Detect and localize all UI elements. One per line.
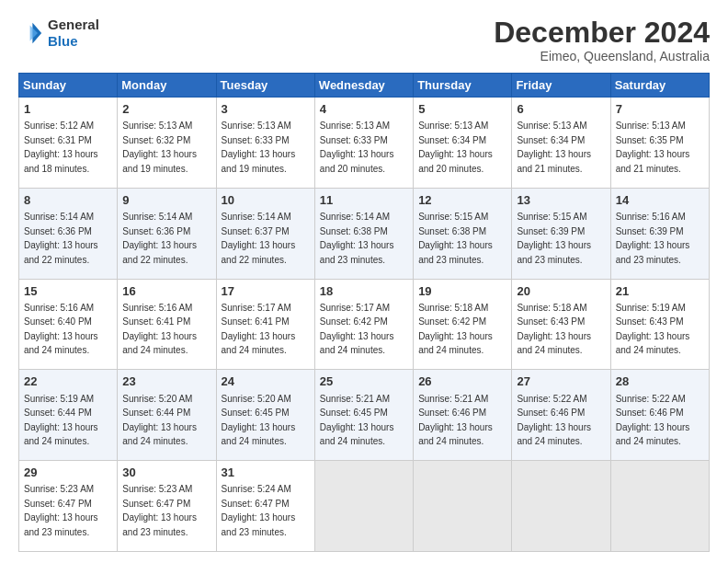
table-row: 27 Sunrise: 5:22 AMSunset: 6:46 PMDaylig… bbox=[512, 370, 610, 461]
day-number: 20 bbox=[517, 283, 605, 300]
day-info: Sunrise: 5:17 AMSunset: 6:41 PMDaylight:… bbox=[222, 303, 296, 356]
table-row: 2 Sunrise: 5:13 AMSunset: 6:32 PMDayligh… bbox=[118, 98, 216, 189]
day-info: Sunrise: 5:24 AMSunset: 6:47 PMDaylight:… bbox=[222, 484, 296, 537]
col-wednesday: Wednesday bbox=[314, 74, 413, 98]
title-block: December 2024 Eimeo, Queensland, Austral… bbox=[494, 17, 710, 63]
day-info: Sunrise: 5:20 AMSunset: 6:45 PMDaylight:… bbox=[222, 394, 296, 447]
page: General Blue December 2024 Eimeo, Queens… bbox=[0, 0, 728, 563]
table-row: 10 Sunrise: 5:14 AMSunset: 6:37 PMDaylig… bbox=[216, 188, 314, 279]
table-row: 12 Sunrise: 5:15 AMSunset: 6:38 PMDaylig… bbox=[414, 188, 512, 279]
day-info: Sunrise: 5:19 AMSunset: 6:43 PMDaylight:… bbox=[616, 303, 690, 356]
day-number: 13 bbox=[517, 192, 605, 209]
table-row: 11 Sunrise: 5:14 AMSunset: 6:38 PMDaylig… bbox=[314, 188, 413, 279]
col-sunday: Sunday bbox=[19, 74, 118, 98]
day-header-row: Sunday Monday Tuesday Wednesday Thursday… bbox=[19, 74, 710, 98]
day-info: Sunrise: 5:13 AMSunset: 6:35 PMDaylight:… bbox=[616, 121, 690, 174]
day-number: 10 bbox=[222, 192, 310, 209]
table-row: 13 Sunrise: 5:15 AMSunset: 6:39 PMDaylig… bbox=[512, 188, 610, 279]
day-info: Sunrise: 5:16 AMSunset: 6:40 PMDaylight:… bbox=[24, 303, 98, 356]
day-info: Sunrise: 5:17 AMSunset: 6:42 PMDaylight:… bbox=[320, 303, 394, 356]
table-row: 1 Sunrise: 5:12 AMSunset: 6:31 PMDayligh… bbox=[19, 98, 118, 189]
table-row: 19 Sunrise: 5:18 AMSunset: 6:42 PMDaylig… bbox=[414, 279, 512, 370]
col-thursday: Thursday bbox=[414, 74, 512, 98]
table-row: 3 Sunrise: 5:13 AMSunset: 6:33 PMDayligh… bbox=[216, 98, 314, 189]
day-number: 25 bbox=[320, 373, 408, 390]
table-row: 7 Sunrise: 5:13 AMSunset: 6:35 PMDayligh… bbox=[610, 98, 709, 189]
logo-text: General Blue bbox=[48, 17, 99, 50]
table-row: 17 Sunrise: 5:17 AMSunset: 6:41 PMDaylig… bbox=[216, 279, 314, 370]
day-number: 28 bbox=[616, 373, 704, 390]
day-number: 5 bbox=[418, 101, 506, 118]
day-number: 2 bbox=[122, 101, 210, 118]
subtitle: Eimeo, Queensland, Australia bbox=[494, 49, 710, 63]
table-row bbox=[512, 461, 610, 552]
day-number: 31 bbox=[222, 465, 310, 481]
day-number: 27 bbox=[517, 373, 605, 390]
day-info: Sunrise: 5:14 AMSunset: 6:36 PMDaylight:… bbox=[24, 212, 98, 265]
day-number: 14 bbox=[616, 192, 704, 209]
day-info: Sunrise: 5:22 AMSunset: 6:46 PMDaylight:… bbox=[616, 394, 690, 447]
table-row: 5 Sunrise: 5:13 AMSunset: 6:34 PMDayligh… bbox=[414, 98, 512, 189]
table-row: 4 Sunrise: 5:13 AMSunset: 6:33 PMDayligh… bbox=[314, 98, 413, 189]
day-number: 3 bbox=[222, 101, 310, 118]
day-info: Sunrise: 5:18 AMSunset: 6:43 PMDaylight:… bbox=[517, 303, 591, 356]
col-tuesday: Tuesday bbox=[216, 74, 314, 98]
day-info: Sunrise: 5:21 AMSunset: 6:45 PMDaylight:… bbox=[320, 394, 394, 447]
day-info: Sunrise: 5:13 AMSunset: 6:34 PMDaylight:… bbox=[418, 121, 493, 174]
day-info: Sunrise: 5:23 AMSunset: 6:47 PMDaylight:… bbox=[24, 484, 98, 537]
table-row: 15 Sunrise: 5:16 AMSunset: 6:40 PMDaylig… bbox=[19, 279, 118, 370]
calendar-header: Sunday Monday Tuesday Wednesday Thursday… bbox=[19, 74, 710, 98]
day-number: 4 bbox=[320, 101, 408, 118]
day-number: 1 bbox=[24, 101, 112, 118]
logo: General Blue bbox=[18, 17, 99, 50]
day-info: Sunrise: 5:16 AMSunset: 6:41 PMDaylight:… bbox=[122, 303, 197, 356]
day-number: 30 bbox=[122, 465, 210, 481]
day-number: 18 bbox=[320, 283, 408, 300]
table-row: 16 Sunrise: 5:16 AMSunset: 6:41 PMDaylig… bbox=[118, 279, 216, 370]
logo-blue: Blue bbox=[48, 33, 78, 49]
day-number: 9 bbox=[122, 192, 210, 209]
logo-icon bbox=[18, 20, 44, 46]
table-row: 18 Sunrise: 5:17 AMSunset: 6:42 PMDaylig… bbox=[314, 279, 413, 370]
header: General Blue December 2024 Eimeo, Queens… bbox=[18, 17, 710, 63]
col-monday: Monday bbox=[118, 74, 216, 98]
table-row: 9 Sunrise: 5:14 AMSunset: 6:36 PMDayligh… bbox=[118, 188, 216, 279]
day-info: Sunrise: 5:19 AMSunset: 6:44 PMDaylight:… bbox=[24, 394, 98, 447]
table-row: 22 Sunrise: 5:19 AMSunset: 6:44 PMDaylig… bbox=[19, 370, 118, 461]
day-info: Sunrise: 5:14 AMSunset: 6:36 PMDaylight:… bbox=[122, 212, 197, 265]
day-info: Sunrise: 5:23 AMSunset: 6:47 PMDaylight:… bbox=[122, 484, 197, 537]
table-row bbox=[314, 461, 413, 552]
col-saturday: Saturday bbox=[610, 74, 709, 98]
table-row: 29 Sunrise: 5:23 AMSunset: 6:47 PMDaylig… bbox=[19, 461, 118, 552]
day-number: 11 bbox=[320, 192, 408, 209]
day-info: Sunrise: 5:20 AMSunset: 6:44 PMDaylight:… bbox=[122, 394, 197, 447]
day-number: 8 bbox=[24, 192, 112, 209]
day-number: 15 bbox=[24, 283, 112, 300]
main-title: December 2024 bbox=[494, 17, 710, 49]
table-row: 20 Sunrise: 5:18 AMSunset: 6:43 PMDaylig… bbox=[512, 279, 610, 370]
day-number: 26 bbox=[418, 373, 506, 390]
day-info: Sunrise: 5:16 AMSunset: 6:39 PMDaylight:… bbox=[616, 212, 690, 265]
day-number: 24 bbox=[222, 373, 310, 390]
day-info: Sunrise: 5:15 AMSunset: 6:39 PMDaylight:… bbox=[517, 212, 591, 265]
table-row: 8 Sunrise: 5:14 AMSunset: 6:36 PMDayligh… bbox=[19, 188, 118, 279]
day-info: Sunrise: 5:13 AMSunset: 6:32 PMDaylight:… bbox=[122, 121, 197, 174]
day-info: Sunrise: 5:22 AMSunset: 6:46 PMDaylight:… bbox=[517, 394, 591, 447]
day-number: 22 bbox=[24, 373, 112, 390]
table-row: 28 Sunrise: 5:22 AMSunset: 6:46 PMDaylig… bbox=[610, 370, 709, 461]
table-row: 31 Sunrise: 5:24 AMSunset: 6:47 PMDaylig… bbox=[216, 461, 314, 552]
day-number: 7 bbox=[616, 101, 704, 118]
day-number: 23 bbox=[122, 373, 210, 390]
day-info: Sunrise: 5:15 AMSunset: 6:38 PMDaylight:… bbox=[418, 212, 493, 265]
table-row: 14 Sunrise: 5:16 AMSunset: 6:39 PMDaylig… bbox=[610, 188, 709, 279]
day-info: Sunrise: 5:14 AMSunset: 6:38 PMDaylight:… bbox=[320, 212, 394, 265]
table-row: 24 Sunrise: 5:20 AMSunset: 6:45 PMDaylig… bbox=[216, 370, 314, 461]
table-row bbox=[414, 461, 512, 552]
table-row: 21 Sunrise: 5:19 AMSunset: 6:43 PMDaylig… bbox=[610, 279, 709, 370]
table-row: 6 Sunrise: 5:13 AMSunset: 6:34 PMDayligh… bbox=[512, 98, 610, 189]
table-row: 30 Sunrise: 5:23 AMSunset: 6:47 PMDaylig… bbox=[118, 461, 216, 552]
table-row: 25 Sunrise: 5:21 AMSunset: 6:45 PMDaylig… bbox=[314, 370, 413, 461]
day-info: Sunrise: 5:12 AMSunset: 6:31 PMDaylight:… bbox=[24, 121, 98, 174]
calendar-body: 1 Sunrise: 5:12 AMSunset: 6:31 PMDayligh… bbox=[19, 98, 710, 552]
table-row bbox=[610, 461, 709, 552]
